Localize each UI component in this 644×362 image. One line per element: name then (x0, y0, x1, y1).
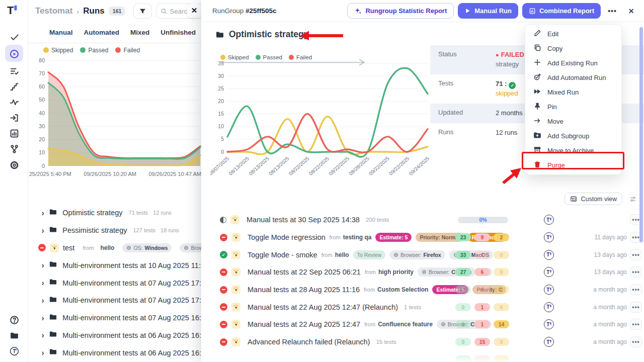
run-title[interactable]: Advanced Relaunch failed (Relaunch) (248, 338, 370, 346)
run-more-button[interactable]: ••• (630, 249, 642, 260)
runs-nav-icon[interactable] (0, 46, 28, 61)
modal-header: RunGroup #25ff505c Rungroup Statistic Re… (201, 0, 644, 22)
reports-nav-icon[interactable] (0, 126, 28, 141)
chevron-right-icon[interactable]: › (42, 296, 44, 305)
plans-nav-icon[interactable] (0, 63, 28, 78)
run-row[interactable]: Manual tests at 30 Sep 2025 14:38200 tes… (201, 211, 644, 229)
run-row[interactable]: Manual tests at 28 Aug 2025 11:16fromCus… (201, 281, 644, 299)
tab-automated[interactable]: Automated (84, 29, 120, 36)
menu-item-mixed-run[interactable]: Mixed Run (525, 85, 621, 100)
svg-text:15: 15 (218, 111, 224, 117)
run-row[interactable]: ✓Toggle Mode - smokefromhelloTo ReviewBr… (201, 246, 644, 263)
run-avatar: T▮ (544, 337, 554, 347)
combined-report-button[interactable]: Combined Report (522, 3, 601, 19)
context-menu: EditCopyAdd Existing RunAdd Automated Ru… (525, 24, 622, 175)
import-nav-icon[interactable] (0, 110, 28, 125)
failed-count-pill: 6 (474, 268, 490, 276)
run-row[interactable] (201, 351, 644, 362)
custom-view-button[interactable]: Custom view (565, 193, 622, 205)
tree-group-row[interactable]: ›Multi-environment tests at 07 Aug 2025 … (28, 274, 201, 292)
tree-run-row[interactable]: testfromhelloOS: WindowsBrowser: Chrome (28, 239, 201, 257)
menu-item-move-to-archive[interactable]: Move to Archive (525, 143, 621, 158)
filter-button[interactable] (133, 4, 152, 19)
run-row[interactable]: Toggle Mode regressionfromtesting qaEsti… (201, 229, 644, 246)
run-more-button[interactable]: ••• (630, 302, 642, 313)
menu-item-move[interactable]: Move (525, 114, 621, 129)
brand-name[interactable]: Testomat (35, 6, 72, 16)
menu-item-purge[interactable]: Purge (525, 158, 621, 172)
run-title[interactable]: Manual tests at 22 Sep 2025 06:21 (248, 268, 361, 276)
menu-item-label: Add Automated Run (547, 74, 606, 81)
folder-icon (49, 330, 57, 340)
menu-item-add-existing-run[interactable]: Add Existing Run (525, 56, 621, 70)
user-avatar[interactable]: T (0, 343, 28, 358)
manual-run-type-icon (231, 303, 240, 312)
svg-text:0: 0 (221, 149, 224, 155)
chevron-right-icon[interactable]: › (42, 331, 44, 340)
run-meta: 200 tests (366, 217, 389, 223)
run-title[interactable]: Toggle Mode regression (248, 233, 326, 241)
chevron-right-icon[interactable]: › (42, 208, 44, 217)
chevron-right-icon[interactable]: › (42, 313, 44, 322)
svg-text:20: 20 (218, 98, 224, 104)
tree-group-row[interactable]: ›Multi-environment tests at 06 Aug 2025 … (28, 327, 201, 344)
pulse-nav-icon[interactable] (0, 95, 28, 110)
run-row[interactable]: Manual tests at 22 Aug 2025 12:47 (Relau… (201, 298, 644, 316)
menu-item-edit[interactable]: Edit (525, 27, 621, 41)
settings-gear-icon[interactable] (0, 157, 28, 172)
tree-group-row[interactable]: ›Multi-environment tests at 07 Aug 2025 … (28, 309, 201, 327)
branch-nav-icon[interactable] (0, 141, 28, 156)
tree-group-row[interactable]: ›Multi-environment tests at 10 Aug 2025 … (28, 256, 201, 274)
tab-unfinished[interactable]: Unfinished (160, 29, 196, 36)
modal-scrollbar[interactable] (639, 27, 643, 242)
manual-run-type-icon (50, 243, 59, 252)
run-more-button[interactable]: ••• (630, 319, 642, 330)
svg-text:70: 70 (39, 70, 45, 76)
tests-nav-icon[interactable] (0, 29, 28, 44)
docs-folder-icon[interactable] (0, 328, 28, 343)
app-logo[interactable]: T▮ (7, 4, 21, 18)
run-row[interactable]: Manual tests at 22 Aug 2025 12:47fromCon… (201, 316, 644, 333)
tree-group-row[interactable]: ›Multi-environment tests at 07 Aug 2025 … (28, 292, 201, 309)
chevron-right-icon[interactable]: › (42, 261, 44, 270)
run-title[interactable]: Manual tests at 30 Sep 2025 14:38 (247, 216, 360, 224)
menu-item-add-automated-run[interactable]: Add Automated Run (525, 70, 621, 85)
modal-more-button[interactable]: ••• (605, 4, 620, 18)
folder-icon (49, 347, 57, 358)
manual-run-button[interactable]: Manual Run (458, 3, 518, 19)
run-title[interactable]: Toggle Mode - smoke (248, 251, 317, 259)
folder-icon (49, 278, 57, 288)
badge: Browser: Firefox (389, 250, 445, 259)
menu-item-label: Add Subgroup (547, 132, 589, 140)
failed-count-pill: 1 (474, 303, 490, 311)
run-row[interactable]: Manual tests at 22 Sep 2025 06:21fromhig… (201, 263, 644, 281)
tab-manual[interactable]: Manual (49, 29, 73, 36)
chevron-right-icon[interactable]: › (42, 226, 44, 235)
help-icon[interactable] (0, 312, 28, 327)
menu-item-add-subgroup[interactable]: Add Subgroup (525, 129, 621, 143)
run-title[interactable]: Manual tests at 22 Aug 2025 12:47 (Relau… (248, 303, 398, 311)
modal-close-button[interactable]: ✕ (624, 4, 639, 18)
chevron-right-icon[interactable]: › (42, 348, 44, 357)
tree-group-row[interactable]: ›Pessimistic strategy127 tests18 runs (28, 222, 201, 239)
run-more-button[interactable]: ••• (630, 266, 642, 278)
runs-count-badge: 161 (109, 7, 126, 16)
topbar: Testomat › Runs 161 Search [ (28, 0, 209, 22)
run-more-button[interactable]: ••• (630, 336, 642, 347)
tree-group-row[interactable]: ›Optimistic strategy71 tests12 runs (28, 204, 201, 222)
tree-group-row[interactable]: ›Multi-environment tests at 06 Aug 2025 … (28, 344, 201, 361)
menu-item-copy[interactable]: Copy (525, 41, 621, 56)
search-close-button[interactable]: ✕ (187, 4, 201, 18)
menu-item-pin[interactable]: Pin (525, 100, 621, 114)
run-more-button[interactable]: ••• (630, 284, 642, 295)
svg-text:25: 25 (218, 85, 224, 92)
run-avatar: T▮ (544, 319, 554, 329)
run-title[interactable]: Manual tests at 22 Aug 2025 12:47 (248, 320, 360, 328)
run-title[interactable]: Manual tests at 28 Aug 2025 11:16 (248, 286, 360, 294)
tab-mixed[interactable]: Mixed (130, 29, 149, 36)
statistic-report-button[interactable]: Rungroup Statistic Report (347, 3, 454, 19)
milestones-nav-icon[interactable] (0, 79, 28, 94)
run-row[interactable]: Advanced Relaunch failed (Relaunch)15 te… (201, 333, 644, 351)
chevron-right-icon[interactable]: › (42, 279, 44, 288)
sliders-icon[interactable] (629, 196, 637, 203)
